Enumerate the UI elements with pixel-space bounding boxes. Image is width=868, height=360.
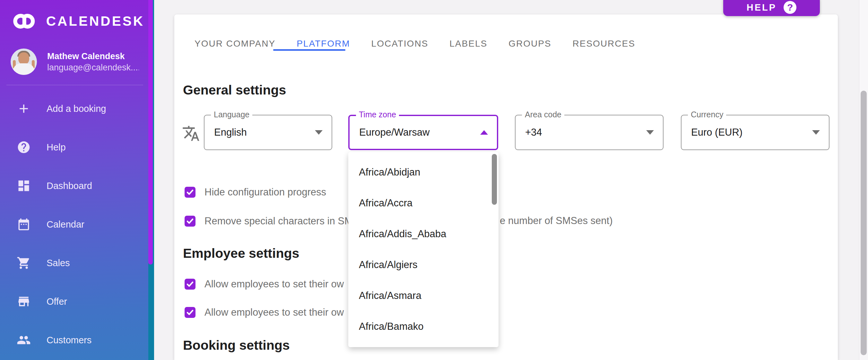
timezone-select-value: Europe/Warsaw <box>359 116 430 149</box>
user-profile[interactable]: Mathew Calendesk language@calendesk.... <box>10 48 139 76</box>
checkbox-label: Allow employees to set their ow <box>205 307 344 318</box>
store-icon <box>17 295 31 309</box>
cart-icon <box>17 256 31 270</box>
area-code-select-value: +34 <box>525 115 542 149</box>
calendar-icon <box>17 217 31 231</box>
timezone-select[interactable]: Time zone Europe/Warsaw <box>348 115 498 150</box>
brand-name: CALENDESK <box>46 13 145 29</box>
sidebar-item-label: Sales <box>46 258 70 268</box>
question-icon: ? <box>783 1 797 14</box>
timezone-option[interactable]: Africa/Algiers <box>348 249 498 280</box>
calendesk-logo-icon <box>10 13 37 30</box>
language-select-value: English <box>214 115 247 149</box>
active-tab-indicator <box>273 49 345 51</box>
sidebar-item-label: Help <box>46 142 66 153</box>
currency-select[interactable]: Currency Euro (EUR) <box>681 115 830 150</box>
section-title-booking: Booking settings <box>183 337 290 353</box>
timezone-option[interactable]: Africa/Bamako <box>348 311 498 342</box>
help-button[interactable]: HELP ? <box>723 0 820 16</box>
tab-your-company[interactable]: YOUR COMPANY <box>184 38 286 49</box>
user-name: Mathew Calendesk <box>47 51 139 62</box>
timezone-option[interactable]: Africa/Addis_Ababa <box>348 219 498 249</box>
tab-bar: YOUR COMPANY PLATFORM LOCATIONS LABELS G… <box>184 33 646 54</box>
sidebar-item-label: Offer <box>46 296 67 307</box>
sidebar-scrollbar-track[interactable] <box>148 0 154 360</box>
user-email: language@calendesk.... <box>47 62 139 73</box>
checkbox-checked-icon <box>185 216 195 227</box>
sidebar-item-label: Dashboard <box>46 181 92 191</box>
checkbox-label: Hide configuration progress <box>205 187 326 198</box>
page-scrollbar-track[interactable] <box>859 0 868 360</box>
plus-icon <box>17 102 31 116</box>
timezone-option[interactable]: Africa/Asmara <box>348 280 498 311</box>
brand[interactable]: CALENDESK <box>10 11 145 31</box>
section-title-general: General settings <box>183 82 286 98</box>
chevron-down-icon <box>315 130 322 135</box>
timezone-option[interactable]: Africa/Accra <box>348 188 498 219</box>
people-icon <box>17 333 31 347</box>
chevron-up-icon <box>480 130 488 135</box>
dropdown-scrollbar-thumb[interactable] <box>492 154 497 205</box>
tab-groups[interactable]: GROUPS <box>498 38 562 49</box>
checkbox-label: Allow employees to set their ow <box>205 278 344 290</box>
language-select[interactable]: Language English <box>204 115 332 150</box>
checkbox-hide-configuration-progress[interactable]: Hide configuration progress <box>185 187 326 198</box>
timezone-dropdown-menu: Africa/Abidjan Africa/Accra Africa/Addis… <box>348 152 498 347</box>
sidebar-item-dashboard[interactable]: Dashboard <box>0 175 144 196</box>
sidebar-item-help[interactable]: Help <box>0 137 144 158</box>
sidebar-item-add-a-booking[interactable]: Add a booking <box>0 99 144 119</box>
sidebar-item-label: Add a booking <box>46 104 106 114</box>
timezone-option[interactable]: Africa/Abidjan <box>348 157 498 188</box>
page-scrollbar-thumb[interactable] <box>861 91 867 355</box>
sidebar-item-label: Calendar <box>46 219 85 230</box>
sidebar-item-sales[interactable]: Sales <box>0 253 144 273</box>
avatar <box>10 49 37 75</box>
translate-icon <box>182 124 200 142</box>
checkbox-checked-icon <box>185 307 195 318</box>
sidebar-item-customers[interactable]: Customers <box>0 330 144 350</box>
help-button-label: HELP <box>747 0 776 13</box>
help-icon <box>17 140 31 154</box>
sidebar-item-label: Customers <box>46 335 92 345</box>
sms-label-right-fragment: e number of SMSes sent) <box>500 215 613 226</box>
sidebar-item-calendar[interactable]: Calendar <box>0 214 144 234</box>
checkbox-employee-setting-2[interactable]: Allow employees to set their ow <box>185 307 344 318</box>
tab-locations[interactable]: LOCATIONS <box>361 38 439 49</box>
chevron-down-icon <box>812 130 820 135</box>
settings-card: YOUR COMPANY PLATFORM LOCATIONS LABELS G… <box>174 15 838 360</box>
sidebar-item-offer[interactable]: Offer <box>0 291 144 312</box>
checkbox-label: Remove special characters in SM <box>205 215 353 227</box>
checkbox-remove-special-characters[interactable]: Remove special characters in SM <box>185 215 353 227</box>
area-code-select[interactable]: Area code +34 <box>515 115 663 150</box>
dashboard-icon <box>17 179 31 193</box>
sidebar-scrollbar-thumb[interactable] <box>148 0 153 265</box>
tab-resources[interactable]: RESOURCES <box>562 38 646 49</box>
section-title-employee: Employee settings <box>183 245 299 261</box>
currency-select-value: Euro (EUR) <box>691 115 743 149</box>
checkbox-employee-setting-1[interactable]: Allow employees to set their ow <box>185 278 344 290</box>
chevron-down-icon <box>646 130 654 135</box>
tab-platform[interactable]: PLATFORM <box>286 38 361 49</box>
checkbox-checked-icon <box>185 187 195 198</box>
tab-labels[interactable]: LABELS <box>439 38 498 49</box>
calendesk-settings-page: CALENDESK Mathew Calendesk language@cale… <box>0 0 868 360</box>
sidebar: CALENDESK Mathew Calendesk language@cale… <box>0 0 148 360</box>
checkbox-checked-icon <box>185 279 195 289</box>
